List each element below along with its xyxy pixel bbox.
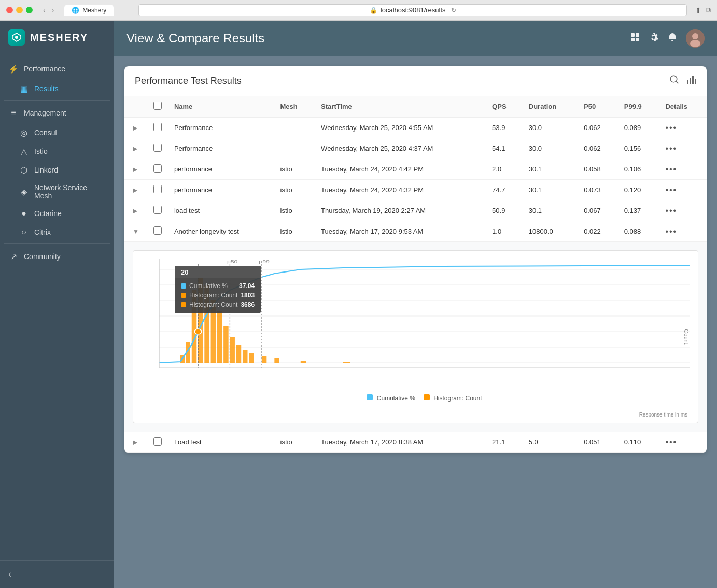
table-row: ▶ Performance Wednesday, March 25, 2020 …: [124, 138, 707, 159]
row-mesh: istio: [274, 159, 315, 180]
sidebar-item-label: Linkerd: [34, 166, 58, 174]
svg-point-37: [194, 329, 202, 334]
table-header-row: Name Mesh StartTime QPS Duration P50 P99…: [124, 96, 707, 117]
row-checkbox[interactable]: [153, 437, 162, 446]
user-avatar[interactable]: [686, 29, 705, 48]
row-details-button[interactable]: •••: [665, 144, 677, 153]
sidebar-logo: MESHERY: [0, 21, 114, 54]
sidebar-item-linkerd[interactable]: ⬡ Linkerd: [0, 161, 114, 179]
sidebar-item-performance[interactable]: ⚡ Performance: [0, 59, 114, 79]
row-expand-button[interactable]: ▶: [131, 438, 139, 447]
row-duration: 30.1: [523, 200, 578, 221]
svg-rect-9: [687, 80, 688, 84]
row-name: Another longevity test: [168, 221, 274, 242]
row-mesh: istio: [274, 180, 315, 200]
minimize-button[interactable]: [16, 7, 23, 13]
notifications-button[interactable]: [667, 32, 678, 45]
row-p99: 0.120: [618, 180, 659, 200]
row-expand-button[interactable]: ▶: [131, 206, 139, 216]
sidebar-item-istio[interactable]: △ Istio: [0, 142, 114, 161]
row-checkbox[interactable]: [153, 164, 162, 173]
col-details: Details: [659, 96, 707, 117]
sidebar-item-results[interactable]: ▦ Results: [0, 79, 114, 98]
sidebar-item-nsm[interactable]: ◈ Network Service Mesh: [0, 179, 114, 204]
content-area: Performance Test Results: [114, 56, 717, 588]
row-p50: 0.022: [578, 221, 618, 242]
legend-item-histogram: Histogram: Count: [424, 394, 482, 402]
svg-point-8: [690, 40, 700, 47]
row-expand-button[interactable]: ▶: [131, 165, 139, 174]
tooltip-value: 37.04: [239, 282, 255, 290]
settings-button[interactable]: [649, 32, 659, 45]
row-p50: 0.062: [578, 117, 618, 138]
col-duration: Duration: [523, 96, 578, 117]
row-details-button[interactable]: •••: [665, 185, 677, 195]
tooltip-row: Cumulative % 37.04: [181, 281, 255, 291]
sidebar-item-citrix[interactable]: ○ Citrix: [0, 223, 114, 241]
sidebar-collapse-button[interactable]: ‹: [8, 569, 11, 580]
col-expand: [124, 96, 147, 117]
consul-icon: ◎: [19, 127, 29, 138]
row-checkbox[interactable]: [153, 226, 162, 235]
row-details-button[interactable]: •••: [665, 123, 677, 133]
svg-rect-27: [223, 326, 229, 363]
select-all-checkbox[interactable]: [153, 102, 162, 110]
row-starttime: Tuesday, March 17, 2020 9:53 AM: [315, 221, 486, 242]
results-table: Name Mesh StartTime QPS Duration P50 P99…: [124, 96, 707, 453]
performance-icon: ⚡: [8, 64, 19, 74]
tooltip-value: 3686: [241, 301, 255, 308]
row-details-button[interactable]: •••: [665, 165, 677, 174]
sidebar-item-community[interactable]: ↗ Community: [0, 246, 114, 267]
svg-rect-12: [695, 79, 696, 84]
forward-button[interactable]: ›: [50, 5, 57, 16]
sidebar-toggle[interactable]: ⧉: [706, 6, 711, 15]
management-icon: ≡: [8, 108, 19, 118]
sidebar-item-label: Community: [24, 252, 61, 261]
row-mesh: [274, 138, 315, 159]
browser-navigation: ‹ ›: [41, 5, 56, 16]
row-checkbox[interactable]: [153, 206, 162, 214]
row-p99: 0.089: [618, 117, 659, 138]
sidebar-item-consul[interactable]: ◎ Consul: [0, 123, 114, 142]
row-mesh: istio: [274, 200, 315, 221]
back-button[interactable]: ‹: [41, 5, 48, 16]
sidebar-item-label: Consul: [34, 128, 57, 137]
sidebar-divider-1: [4, 100, 110, 101]
table-row: ▶ LoadTest istio Tuesday, March 17, 2020…: [124, 432, 707, 453]
svg-text:p50: p50: [227, 259, 237, 264]
row-p50: 0.062: [578, 138, 618, 159]
row-expand-button[interactable]: ▼: [131, 227, 141, 236]
close-button[interactable]: [6, 7, 13, 13]
row-qps: 54.1: [486, 138, 523, 159]
row-p50: 0.058: [578, 159, 618, 180]
chart-y-right-label: Count: [683, 329, 689, 344]
table-row: ▼ Another longevity test istio Tuesday, …: [124, 221, 707, 242]
row-checkbox[interactable]: [153, 123, 162, 131]
row-details-button[interactable]: •••: [665, 206, 677, 216]
row-mesh: istio: [274, 432, 315, 453]
browser-tab[interactable]: 🌐 Meshery: [64, 5, 114, 16]
sidebar-item-management[interactable]: ≡ Management: [0, 103, 114, 123]
grid-view-button[interactable]: [630, 32, 640, 45]
row-starttime: Tuesday, March 24, 2020 4:32 PM: [315, 180, 486, 200]
chart-view-button[interactable]: [686, 75, 696, 88]
col-p99: P99.9: [618, 96, 659, 117]
row-expand-button[interactable]: ▶: [131, 144, 139, 153]
row-duration: 5.0: [523, 432, 578, 453]
page-title: View & Compare Results: [126, 31, 264, 46]
svg-rect-34: [301, 361, 306, 363]
address-bar[interactable]: 🔒 localhost:9081/results ↻: [138, 4, 687, 16]
maximize-button[interactable]: [26, 7, 33, 13]
sidebar-item-octarine[interactable]: ● Octarine: [0, 204, 114, 223]
row-details-button[interactable]: •••: [665, 438, 677, 447]
share-button[interactable]: ⬆: [695, 6, 701, 15]
results-card-actions: [669, 75, 696, 88]
search-button[interactable]: [669, 75, 680, 88]
row-details-button[interactable]: •••: [665, 227, 677, 236]
row-expand-button[interactable]: ▶: [131, 123, 139, 133]
col-qps: QPS: [486, 96, 523, 117]
row-checkbox[interactable]: [153, 185, 162, 193]
row-duration: 30.1: [523, 159, 578, 180]
row-expand-button[interactable]: ▶: [131, 185, 139, 195]
row-checkbox[interactable]: [153, 144, 162, 152]
